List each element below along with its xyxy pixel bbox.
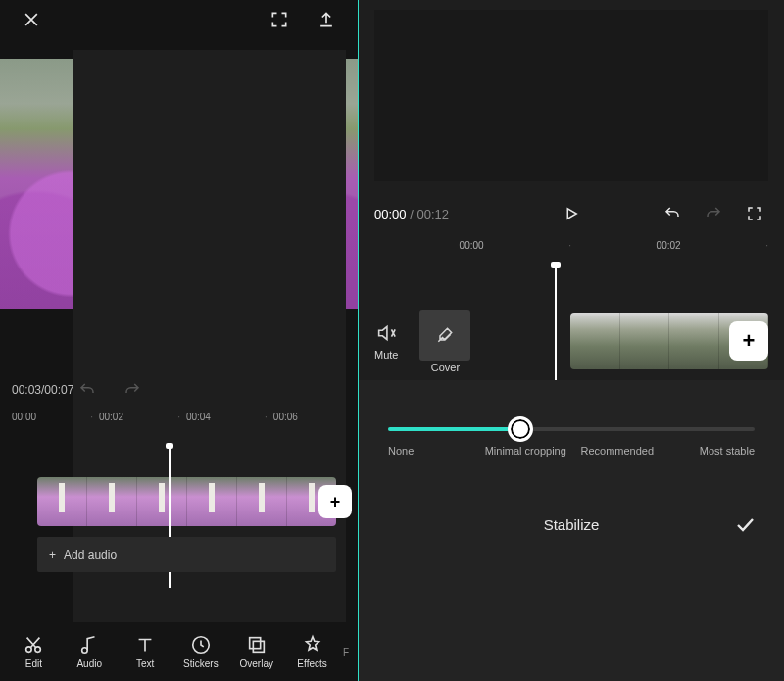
add-audio-row[interactable]: + Add audio xyxy=(37,537,336,572)
expand-icon[interactable] xyxy=(266,6,293,33)
panel-title: Stabilize xyxy=(544,516,600,533)
add-clip-button-right[interactable]: + xyxy=(729,321,768,361)
svg-rect-4 xyxy=(253,641,264,652)
tool-audio[interactable]: Audio xyxy=(62,634,118,669)
stabilize-slider[interactable] xyxy=(388,427,755,431)
timeline-ruler-right[interactable]: 00:00 · 00:02 · xyxy=(374,235,768,255)
slider-option-most-stable[interactable]: Most stable xyxy=(663,445,756,457)
tool-more[interactable]: F xyxy=(340,647,352,657)
play-button-right[interactable] xyxy=(558,200,585,227)
ruler-tick: 00:04 xyxy=(186,412,259,422)
slider-option-minimal[interactable]: Minimal cropping xyxy=(480,445,572,457)
editor-main-pane: 00:03/00:07 00:00· 00:02· 00:04· 00:06 xyxy=(0,0,359,681)
plus-icon: + xyxy=(49,548,56,561)
add-clip-button[interactable]: + xyxy=(318,485,352,518)
tool-effects[interactable]: Effects xyxy=(284,634,340,669)
svg-rect-3 xyxy=(249,638,260,649)
tool-edit[interactable]: Edit xyxy=(6,634,62,669)
ruler-tick: 00:02 xyxy=(657,240,681,251)
undo-icon[interactable] xyxy=(74,376,101,404)
expand-icon-right[interactable] xyxy=(741,200,768,227)
left-top-bar xyxy=(0,0,358,39)
slider-option-none[interactable]: None xyxy=(388,445,480,457)
right-preview-placeholder xyxy=(374,10,768,181)
ruler-tick: 00:06 xyxy=(273,412,346,422)
tool-stickers[interactable]: Stickers xyxy=(172,634,228,669)
bottom-toolbar: Edit Audio Text Stickers Overlay Effects xyxy=(0,622,358,681)
slider-option-recommended[interactable]: Recommended xyxy=(571,445,663,457)
redo-icon-right[interactable] xyxy=(700,200,727,227)
close-icon[interactable] xyxy=(18,6,45,33)
playback-bar-right: 00:00 / 00:12 xyxy=(374,194,768,233)
cover-button[interactable]: Cover xyxy=(419,310,470,373)
tool-text[interactable]: Text xyxy=(118,634,173,669)
confirm-button[interactable] xyxy=(731,511,759,538)
video-clip[interactable] xyxy=(37,477,336,526)
mute-button[interactable]: Mute xyxy=(374,322,398,361)
tool-overlay[interactable]: Overlay xyxy=(228,634,284,669)
ruler-tick: 00:00 xyxy=(12,412,84,422)
stabilize-pane: 00:00 / 00:12 00:00 · 00:02 xyxy=(359,0,784,681)
slider-knob[interactable] xyxy=(508,416,533,442)
export-icon[interactable] xyxy=(313,6,340,33)
undo-icon-right[interactable] xyxy=(659,200,686,227)
time-display: 00:03/00:07 xyxy=(12,383,74,397)
slider-labels: None Minimal cropping Recommended Most s… xyxy=(388,445,755,457)
ruler-tick: 00:00 xyxy=(460,240,484,251)
playhead-right[interactable] xyxy=(555,265,557,388)
ruler-tick: 00:02 xyxy=(99,412,172,422)
redo-icon[interactable] xyxy=(119,376,146,404)
stabilize-panel: None Minimal cropping Recommended Most s… xyxy=(359,380,784,681)
timeline-ruler-left[interactable]: 00:00· 00:02· 00:04· 00:06 xyxy=(0,408,358,425)
time-display-right: 00:00 / 00:12 xyxy=(374,207,449,221)
playback-bar-left: 00:03/00:07 xyxy=(0,372,358,408)
timeline-track-right[interactable]: Mute Cover + xyxy=(374,304,768,378)
add-audio-label: Add audio xyxy=(64,548,117,561)
